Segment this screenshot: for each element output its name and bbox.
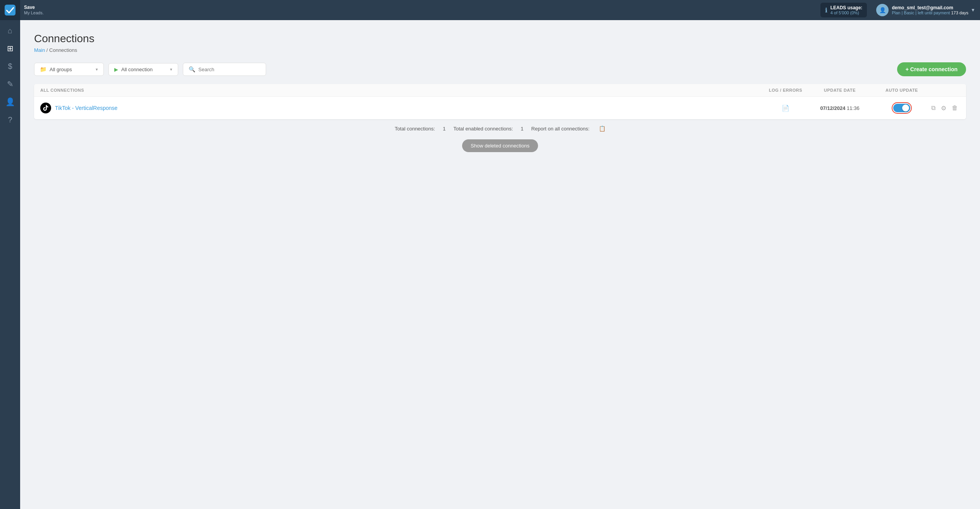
main-layout: ⌂ ⊞ $ ✎ 👤 ? Connections Main / Connectio… [0,20,980,509]
toggle-border [892,102,912,114]
document-icon[interactable]: 📄 [782,105,789,111]
total-label: Total connections: [395,126,435,132]
user-plan: Plan | Basic | left until payment 173 da… [892,10,968,15]
delete-button[interactable]: 🗑 [949,103,960,113]
topbar: Save My Leads. ℹ LEADS usage: 4 of 5'000… [0,0,980,20]
chevron-down-icon: ▾ [170,67,172,72]
folder-icon: 📁 [40,66,46,72]
brand-name-line2: My Leads. [24,10,44,15]
sidebar-item-profile[interactable]: 👤 [0,93,20,111]
search-wrap: 🔍 [183,63,266,76]
leads-value: 4 of 5'000 (0%) [830,10,863,15]
enabled-label: Total enabled connections: [453,126,513,132]
search-icon: 🔍 [189,66,195,72]
settings-button[interactable]: ⚙ [939,103,949,113]
stats-row: Total connections: 1 Total enabled conne… [34,119,966,135]
groups-dropdown[interactable]: 📁 All groups ▾ [34,63,104,76]
play-icon: ▶ [114,67,118,72]
breadcrumb: Main / Connections [34,47,966,53]
avatar: 👤 [876,4,889,16]
table-header: ALL CONNECTIONS LOG / ERRORS UPDATE DATE… [34,84,966,97]
table-row: TikTok - VerticalResponse 📄 07/12/2024 1… [34,97,966,119]
leads-usage[interactable]: ℹ LEADS usage: 4 of 5'000 (0%) [820,3,867,17]
brand-name-line1: Save [24,5,44,10]
create-connection-button[interactable]: + Create connection [897,62,966,76]
content-area: Connections Main / Connections 📁 All gro… [20,20,980,509]
enabled-value: 1 [521,126,523,132]
groups-label: All groups [50,67,72,72]
chevron-down-icon: ▾ [96,67,98,72]
col-update-date: UPDATE DATE [805,88,875,93]
actions-cell: ⧉ ⚙ 🗑 [929,103,960,113]
chevron-down-icon: ▼ [971,7,975,13]
auto-update-toggle[interactable] [893,104,910,112]
update-date: 07/12/2024 [820,105,845,111]
col-all-connections: ALL CONNECTIONS [40,88,766,93]
connection-name-cell: TikTok - VerticalResponse [40,103,766,113]
sidebar-item-tasks[interactable]: ✎ [0,75,20,93]
tiktok-icon [40,103,51,113]
report-icon[interactable]: 📋 [599,125,605,132]
log-cell: 📄 [766,105,805,112]
connections-table: ALL CONNECTIONS LOG / ERRORS UPDATE DATE… [34,84,966,119]
connection-filter-dropdown[interactable]: ▶ All connection ▾ [108,63,178,76]
sidebar-item-billing[interactable]: $ [0,57,20,75]
copy-button[interactable]: ⧉ [929,103,938,113]
sidebar-item-connections[interactable]: ⊞ [0,39,20,57]
date-cell: 07/12/2024 11:36 [805,105,875,111]
filters-row: 📁 All groups ▾ ▶ All connection ▾ 🔍 + Cr… [34,62,966,76]
breadcrumb-current: Connections [49,47,77,53]
auto-update-cell [875,102,929,114]
connection-link[interactable]: TikTok - VerticalResponse [55,105,117,111]
update-time: 11:36 [847,105,860,111]
search-input[interactable] [198,67,260,72]
sidenav: ⌂ ⊞ $ ✎ 👤 ? [0,20,20,509]
show-deleted-button[interactable]: Show deleted connections [462,139,538,152]
info-icon: ℹ [825,7,827,14]
col-log-errors: LOG / ERRORS [766,88,805,93]
total-value: 1 [443,126,445,132]
report-label: Report on all connections: [531,126,590,132]
breadcrumb-main[interactable]: Main [34,47,45,53]
user-menu[interactable]: 👤 demo_sml_test@gmail.com Plan | Basic |… [872,4,980,16]
sidebar-item-help[interactable]: ? [0,111,20,129]
user-email: demo_sml_test@gmail.com [892,5,968,10]
leads-label: LEADS usage: [830,5,863,10]
connection-filter-label: All connection [121,67,153,72]
brand-logo[interactable] [0,0,20,20]
toggle-knob [902,105,909,111]
sidebar-item-home[interactable]: ⌂ [0,22,20,39]
page-title: Connections [34,33,966,45]
col-auto-update: AUTO UPDATE [875,88,929,93]
show-deleted-wrap: Show deleted connections [34,135,966,155]
